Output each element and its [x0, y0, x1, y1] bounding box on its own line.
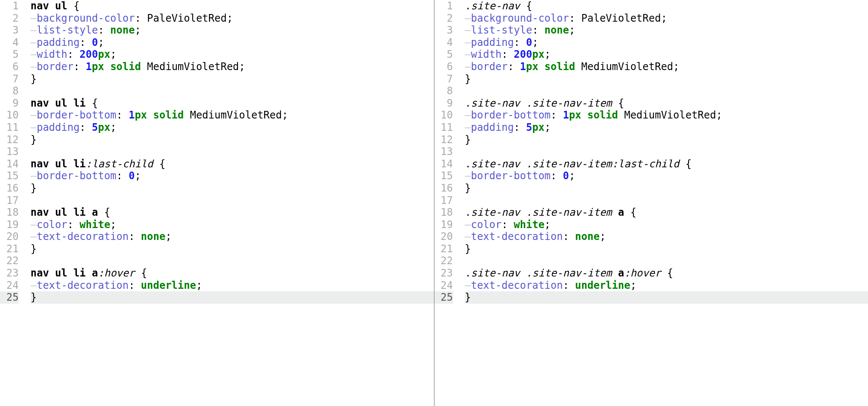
- code-line[interactable]: [31, 195, 434, 207]
- code-token: width: [36, 48, 67, 60]
- code-line[interactable]: nav ul {: [31, 0, 434, 12]
- line-number: 9: [0, 97, 19, 110]
- line-number: 6: [0, 61, 19, 73]
- code-line[interactable]: [465, 85, 868, 97]
- code-token: [49, 158, 55, 170]
- code-line[interactable]: .site-nav .site-nav-item a {: [465, 206, 868, 219]
- code-line[interactable]: —padding: 0;: [465, 37, 868, 49]
- code-token: text-decoration: [471, 231, 563, 242]
- code-token: 0: [526, 37, 532, 48]
- code-line[interactable]: —background-color: PaleVioletRed;: [465, 12, 868, 25]
- code-token: background-color: [471, 12, 569, 24]
- code-line[interactable]: —text-decoration: underline;: [465, 279, 868, 292]
- code-line[interactable]: }: [31, 73, 434, 85]
- code-line[interactable]: —border-bottom: 0;: [31, 170, 434, 182]
- code-line[interactable]: —background-color: PaleVioletRed;: [31, 12, 434, 25]
- code-line[interactable]: —list-style: none;: [31, 24, 434, 37]
- code-token: ;: [110, 121, 116, 133]
- editor-pane-right[interactable]: 1234567891011121314151617181920212223242…: [434, 0, 868, 406]
- code-line[interactable]: —color: white;: [465, 219, 868, 231]
- code-line[interactable]: —list-style: none;: [465, 24, 868, 37]
- code-token: underline: [141, 279, 196, 291]
- code-token: [575, 12, 581, 24]
- code-line[interactable]: —text-decoration: none;: [465, 231, 868, 243]
- line-number: 1: [434, 0, 453, 12]
- code-token: :: [551, 109, 557, 121]
- line-number: 10: [434, 109, 453, 121]
- line-number: 22: [0, 255, 19, 267]
- code-token: li: [73, 97, 86, 109]
- code-line[interactable]: .site-nav {: [465, 0, 868, 12]
- code-line[interactable]: [465, 255, 868, 267]
- code-token: [135, 279, 141, 291]
- code-token: [67, 0, 73, 12]
- code-token: [86, 97, 92, 109]
- code-line[interactable]: nav ul li a:hover {: [31, 267, 434, 279]
- code-line[interactable]: [31, 146, 434, 158]
- code-line[interactable]: }: [465, 291, 868, 304]
- code-token: .site-nav: [465, 267, 520, 279]
- line-number: 7: [434, 73, 453, 85]
- code-line[interactable]: —color: white;: [31, 219, 434, 231]
- code-line[interactable]: —padding: 5px;: [465, 121, 868, 134]
- line-number: 15: [0, 170, 19, 182]
- code-line[interactable]: —text-decoration: none;: [31, 231, 434, 243]
- code-line[interactable]: }: [31, 134, 434, 146]
- code-token: none: [110, 24, 135, 36]
- code-line[interactable]: —border-bottom: 1px solid MediumVioletRe…: [465, 109, 868, 121]
- code-line[interactable]: [31, 85, 434, 97]
- code-line[interactable]: —width: 200px;: [465, 48, 868, 61]
- code-line[interactable]: }: [465, 73, 868, 85]
- indent-guide-icon: —: [465, 24, 471, 36]
- code-line[interactable]: —border: 1px solid MediumVioletRed;: [465, 61, 868, 73]
- code-line[interactable]: }: [465, 243, 868, 255]
- line-number: 18: [0, 206, 19, 219]
- code-line[interactable]: [465, 146, 868, 158]
- code-token: [67, 97, 73, 109]
- code-line[interactable]: .site-nav .site-nav-item:last-child {: [465, 158, 868, 170]
- code-line[interactable]: [31, 255, 434, 267]
- code-line[interactable]: .site-nav .site-nav-item {: [465, 97, 868, 110]
- code-token: :hover: [98, 267, 135, 279]
- code-line[interactable]: —padding: 5px;: [31, 121, 434, 134]
- indent-guide-icon: —: [31, 170, 36, 182]
- code-line[interactable]: —padding: 0;: [31, 37, 434, 49]
- code-token: underline: [575, 279, 630, 291]
- code-token: [98, 206, 104, 218]
- code-token: px: [135, 109, 147, 121]
- code-token: none: [141, 231, 165, 242]
- code-token: solid: [588, 109, 618, 121]
- editor-pane-left[interactable]: 1234567891011121314151617181920212223242…: [0, 0, 434, 406]
- code-token: padding: [36, 37, 79, 48]
- code-area[interactable]: nav ul {—background-color: PaleVioletRed…: [23, 0, 434, 304]
- code-area[interactable]: .site-nav {—background-color: PaleViolet…: [457, 0, 868, 304]
- code-line[interactable]: —border-bottom: 0;: [465, 170, 868, 182]
- code-line[interactable]: —text-decoration: underline;: [31, 279, 434, 292]
- code-line[interactable]: —border-bottom: 1px solid MediumVioletRe…: [31, 109, 434, 121]
- code-line[interactable]: }: [31, 291, 434, 304]
- line-number: 14: [0, 158, 19, 170]
- code-line[interactable]: nav ul li:last-child {: [31, 158, 434, 170]
- line-number: 3: [434, 24, 453, 37]
- line-number: 1: [0, 0, 19, 12]
- code-token: :: [116, 109, 122, 121]
- code-token: }: [31, 73, 36, 85]
- code-token: padding: [36, 121, 79, 133]
- line-number: 16: [434, 182, 453, 195]
- code-token: {: [686, 158, 692, 170]
- code-line[interactable]: —width: 200px;: [31, 48, 434, 61]
- code-line[interactable]: }: [31, 182, 434, 195]
- code-line[interactable]: .site-nav .site-nav-item a:hover {: [465, 267, 868, 279]
- code-line[interactable]: }: [31, 243, 434, 255]
- code-token: }: [465, 134, 471, 146]
- code-token: px: [569, 109, 581, 121]
- code-line[interactable]: }: [465, 134, 868, 146]
- code-line[interactable]: —border: 1px solid MediumVioletRed;: [31, 61, 434, 73]
- code-token: }: [465, 73, 471, 85]
- code-line[interactable]: }: [465, 182, 868, 195]
- code-token: px: [532, 48, 544, 60]
- code-token: .site-nav: [465, 206, 520, 218]
- code-line[interactable]: [465, 195, 868, 207]
- code-line[interactable]: nav ul li {: [31, 97, 434, 110]
- code-line[interactable]: nav ul li a {: [31, 206, 434, 219]
